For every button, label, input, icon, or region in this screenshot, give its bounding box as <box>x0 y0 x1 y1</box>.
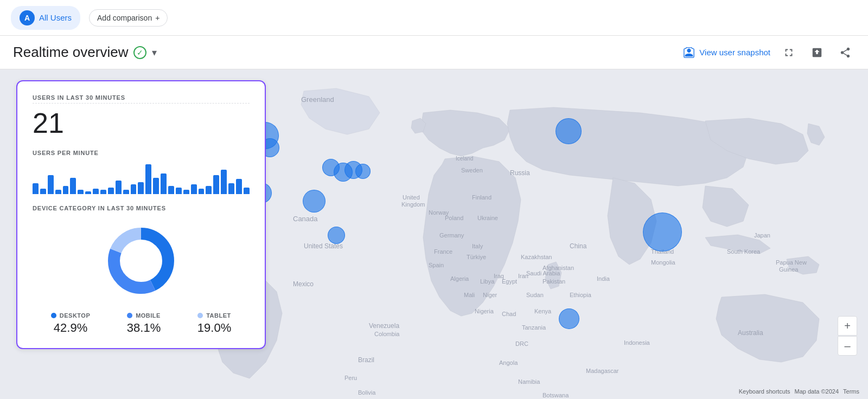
tablet-value: 19.0% <box>197 321 231 335</box>
donut-chart <box>100 220 182 301</box>
svg-text:Mexico: Mexico <box>293 280 314 288</box>
status-check-icon: ✓ <box>133 46 146 59</box>
users-30min-label: USERS IN LAST 30 MINUTES <box>33 94 250 104</box>
keyboard-shortcuts[interactable]: Keyboard shortcuts <box>739 388 790 395</box>
all-users-avatar: A <box>20 10 35 25</box>
svg-text:DRC: DRC <box>515 340 528 347</box>
svg-text:France: France <box>434 248 452 255</box>
all-users-badge[interactable]: A All Users <box>11 6 80 30</box>
snapshot-icon <box>683 47 695 59</box>
view-snapshot-button[interactable]: View user snapshot <box>683 47 770 59</box>
bar <box>145 164 151 194</box>
export-icon <box>811 47 823 59</box>
map-zoom-controls: + – <box>838 316 857 356</box>
device-legend: DESKTOP 42.9% MOBILE 38.1% TABLET 19.0% <box>33 312 250 335</box>
zoom-in-button[interactable]: + <box>838 316 857 336</box>
svg-text:Venezuela: Venezuela <box>369 322 399 330</box>
bar <box>40 189 46 194</box>
bar <box>199 189 205 194</box>
svg-text:Canada: Canada <box>293 215 318 223</box>
svg-text:Kenya: Kenya <box>534 308 552 314</box>
bar <box>236 179 242 194</box>
svg-text:Algeria: Algeria <box>450 275 469 282</box>
svg-text:Namibia: Namibia <box>518 378 540 385</box>
tablet-label: TABLET <box>206 312 231 319</box>
desktop-legend-item: DESKTOP 42.9% <box>51 312 90 335</box>
desktop-label: DESKTOP <box>60 312 90 319</box>
svg-text:Finland: Finland <box>472 194 492 201</box>
bar <box>85 191 91 194</box>
svg-text:Ethiopia: Ethiopia <box>570 292 592 298</box>
map-bubble <box>559 308 579 329</box>
fullscreen-icon <box>783 47 795 59</box>
terms-link[interactable]: Terms <box>843 388 859 395</box>
svg-text:Poland: Poland <box>445 215 463 221</box>
fullscreen-button[interactable] <box>779 43 799 62</box>
svg-text:Mongolia: Mongolia <box>651 259 676 266</box>
share-icon <box>839 47 851 59</box>
svg-text:Brazil: Brazil <box>358 356 374 364</box>
svg-text:Indonesia: Indonesia <box>624 339 650 346</box>
sub-header: Realtime overview ✓ ▾ View user snapshot <box>0 36 868 69</box>
bar <box>168 186 174 194</box>
svg-text:Kingdom: Kingdom <box>401 201 425 208</box>
svg-text:Sudan: Sudan <box>526 292 544 298</box>
add-comparison-label: Add comparison <box>97 14 152 22</box>
bar <box>48 175 54 194</box>
tablet-legend-item: TABLET 19.0% <box>197 312 231 335</box>
svg-text:Egypt: Egypt <box>502 278 517 285</box>
svg-text:Mali: Mali <box>464 292 475 298</box>
tablet-dot <box>197 313 203 318</box>
data-panel: USERS IN LAST 30 MINUTES 21 USERS PER MI… <box>16 80 266 349</box>
svg-text:Pakistan: Pakistan <box>542 278 565 285</box>
svg-text:Chad: Chad <box>502 311 516 317</box>
dropdown-arrow-icon[interactable]: ▾ <box>152 47 157 59</box>
svg-point-62 <box>120 240 162 281</box>
page-title: Realtime overview ✓ ▾ <box>13 44 157 61</box>
svg-text:Colombia: Colombia <box>374 331 400 337</box>
svg-text:Nigeria: Nigeria <box>475 308 494 314</box>
svg-text:Madagascar: Madagascar <box>586 368 619 374</box>
bar <box>153 178 159 194</box>
bar <box>108 188 114 194</box>
users-per-minute-chart <box>33 162 250 194</box>
bar <box>206 186 212 194</box>
svg-text:Saudi Arabia: Saudi Arabia <box>526 270 560 276</box>
svg-text:Greenland: Greenland <box>301 95 334 104</box>
svg-text:Italy: Italy <box>472 243 483 249</box>
svg-text:Iceland: Iceland <box>456 156 473 162</box>
bar <box>244 188 250 194</box>
svg-text:Libya: Libya <box>480 278 495 285</box>
export-button[interactable] <box>807 43 827 62</box>
bar <box>138 182 144 194</box>
bar <box>33 183 39 194</box>
svg-text:Japan: Japan <box>754 232 770 239</box>
bar <box>70 178 76 194</box>
add-comparison-button[interactable]: Add comparison + <box>89 9 168 27</box>
mobile-dot <box>127 313 132 318</box>
svg-text:Peru: Peru <box>344 375 357 381</box>
share-button[interactable] <box>835 43 855 62</box>
users-count: 21 <box>33 108 250 139</box>
bar <box>161 173 167 194</box>
svg-text:Papua New: Papua New <box>776 259 807 266</box>
bar <box>228 183 234 194</box>
svg-text:Angola: Angola <box>499 359 518 366</box>
bar <box>183 190 189 194</box>
map-bubble <box>643 213 682 252</box>
svg-text:Spain: Spain <box>429 262 444 268</box>
svg-text:Kazakhstan: Kazakhstan <box>521 254 552 260</box>
view-snapshot-label: View user snapshot <box>699 48 770 57</box>
bar <box>123 190 129 194</box>
svg-text:Russia: Russia <box>510 169 530 177</box>
svg-text:Sweden: Sweden <box>461 167 483 173</box>
bar <box>221 170 227 194</box>
donut-chart-container <box>33 220 250 301</box>
zoom-out-button[interactable]: – <box>838 336 857 356</box>
svg-text:China: China <box>570 242 587 250</box>
realtime-title: Realtime overview <box>13 44 128 61</box>
map-bubble <box>328 227 345 244</box>
mobile-label: MOBILE <box>136 312 161 319</box>
svg-text:Niger: Niger <box>483 292 497 298</box>
map-footer: Keyboard shortcuts Map data ©2024 Terms <box>739 388 859 395</box>
